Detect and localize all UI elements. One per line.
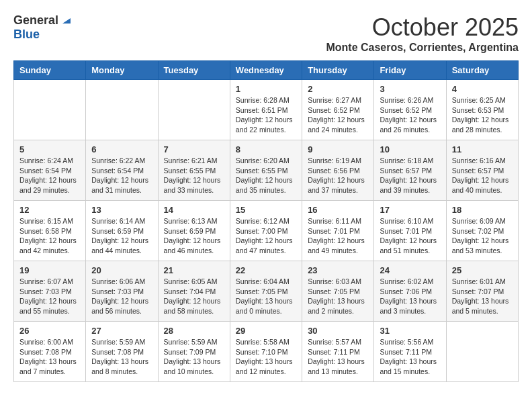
day-info: Sunrise: 5:57 AM Sunset: 7:11 PM Dayligh… bbox=[308, 337, 368, 377]
col-header-sunday: Sunday bbox=[14, 61, 86, 80]
month-title: October 2025 bbox=[326, 13, 519, 42]
calendar-cell: 14Sunrise: 6:13 AM Sunset: 6:59 PM Dayli… bbox=[158, 201, 230, 261]
day-number: 9 bbox=[308, 144, 368, 154]
day-number: 20 bbox=[91, 265, 152, 275]
day-number: 8 bbox=[236, 144, 296, 154]
col-header-saturday: Saturday bbox=[446, 61, 518, 80]
day-info: Sunrise: 5:56 AM Sunset: 7:11 PM Dayligh… bbox=[380, 337, 440, 377]
day-number: 21 bbox=[164, 265, 224, 275]
calendar-cell: 8Sunrise: 6:20 AM Sunset: 6:55 PM Daylig… bbox=[230, 140, 302, 201]
calendar-cell: 12Sunrise: 6:15 AM Sunset: 6:58 PM Dayli… bbox=[14, 201, 86, 261]
day-number: 17 bbox=[380, 205, 440, 215]
location-title: Monte Caseros, Corrientes, Argentina bbox=[326, 42, 519, 54]
day-info: Sunrise: 6:20 AM Sunset: 6:55 PM Dayligh… bbox=[236, 156, 296, 195]
day-info: Sunrise: 6:16 AM Sunset: 6:57 PM Dayligh… bbox=[452, 156, 513, 195]
day-info: Sunrise: 6:19 AM Sunset: 6:56 PM Dayligh… bbox=[308, 156, 368, 195]
day-info: Sunrise: 6:24 AM Sunset: 6:54 PM Dayligh… bbox=[19, 156, 80, 195]
day-number: 24 bbox=[380, 265, 440, 275]
day-number: 23 bbox=[308, 265, 368, 275]
day-info: Sunrise: 6:22 AM Sunset: 6:54 PM Dayligh… bbox=[91, 156, 152, 195]
day-info: Sunrise: 6:09 AM Sunset: 7:02 PM Dayligh… bbox=[452, 216, 513, 256]
calendar-week-row: 12Sunrise: 6:15 AM Sunset: 6:58 PM Dayli… bbox=[14, 201, 519, 261]
day-number: 7 bbox=[164, 144, 224, 154]
calendar-cell: 1Sunrise: 6:28 AM Sunset: 6:51 PM Daylig… bbox=[230, 80, 302, 140]
day-number: 3 bbox=[380, 84, 440, 94]
day-info: Sunrise: 6:28 AM Sunset: 6:51 PM Dayligh… bbox=[236, 95, 296, 135]
day-number: 22 bbox=[236, 265, 296, 275]
calendar-cell: 24Sunrise: 6:02 AM Sunset: 7:06 PM Dayli… bbox=[374, 261, 446, 322]
day-info: Sunrise: 6:11 AM Sunset: 7:01 PM Dayligh… bbox=[308, 216, 368, 256]
calendar-cell: 19Sunrise: 6:07 AM Sunset: 7:03 PM Dayli… bbox=[14, 261, 86, 322]
calendar-week-row: 19Sunrise: 6:07 AM Sunset: 7:03 PM Dayli… bbox=[14, 261, 519, 322]
day-info: Sunrise: 5:59 AM Sunset: 7:08 PM Dayligh… bbox=[91, 337, 152, 377]
day-number: 30 bbox=[308, 326, 368, 336]
page-header: General Blue October 2025 Monte Caseros,… bbox=[13, 13, 519, 54]
day-info: Sunrise: 6:12 AM Sunset: 7:00 PM Dayligh… bbox=[236, 216, 296, 256]
day-info: Sunrise: 6:06 AM Sunset: 7:03 PM Dayligh… bbox=[91, 277, 152, 316]
calendar-week-row: 1Sunrise: 6:28 AM Sunset: 6:51 PM Daylig… bbox=[14, 80, 519, 140]
calendar-cell: 30Sunrise: 5:57 AM Sunset: 7:11 PM Dayli… bbox=[302, 322, 374, 382]
day-number: 25 bbox=[452, 265, 513, 275]
day-info: Sunrise: 6:02 AM Sunset: 7:06 PM Dayligh… bbox=[380, 277, 440, 316]
day-number: 4 bbox=[452, 84, 513, 94]
calendar-cell: 27Sunrise: 5:59 AM Sunset: 7:08 PM Dayli… bbox=[86, 322, 158, 382]
calendar-cell: 17Sunrise: 6:10 AM Sunset: 7:01 PM Dayli… bbox=[374, 201, 446, 261]
calendar-table: SundayMondayTuesdayWednesdayThursdayFrid… bbox=[13, 60, 519, 382]
day-info: Sunrise: 6:05 AM Sunset: 7:04 PM Dayligh… bbox=[164, 277, 224, 316]
day-number: 29 bbox=[236, 326, 296, 336]
calendar-cell: 23Sunrise: 6:03 AM Sunset: 7:05 PM Dayli… bbox=[302, 261, 374, 322]
day-number: 31 bbox=[380, 326, 440, 336]
day-info: Sunrise: 6:00 AM Sunset: 7:08 PM Dayligh… bbox=[19, 337, 80, 377]
day-info: Sunrise: 6:27 AM Sunset: 6:52 PM Dayligh… bbox=[308, 95, 368, 135]
day-info: Sunrise: 6:21 AM Sunset: 6:55 PM Dayligh… bbox=[164, 156, 224, 195]
calendar-week-row: 26Sunrise: 6:00 AM Sunset: 7:08 PM Dayli… bbox=[14, 322, 519, 382]
day-number: 2 bbox=[308, 84, 368, 94]
calendar-cell: 2Sunrise: 6:27 AM Sunset: 6:52 PM Daylig… bbox=[302, 80, 374, 140]
calendar-week-row: 5Sunrise: 6:24 AM Sunset: 6:54 PM Daylig… bbox=[14, 140, 519, 201]
calendar-cell: 11Sunrise: 6:16 AM Sunset: 6:57 PM Dayli… bbox=[446, 140, 518, 201]
col-header-tuesday: Tuesday bbox=[158, 61, 230, 80]
day-number: 14 bbox=[164, 205, 224, 215]
day-number: 27 bbox=[91, 326, 152, 336]
calendar-cell: 9Sunrise: 6:19 AM Sunset: 6:56 PM Daylig… bbox=[302, 140, 374, 201]
day-info: Sunrise: 6:13 AM Sunset: 6:59 PM Dayligh… bbox=[164, 216, 224, 256]
day-number: 10 bbox=[380, 144, 440, 154]
calendar-cell bbox=[446, 322, 518, 382]
day-number: 11 bbox=[452, 144, 513, 154]
day-info: Sunrise: 6:15 AM Sunset: 6:58 PM Dayligh… bbox=[19, 216, 80, 256]
logo-icon bbox=[60, 15, 71, 26]
calendar-cell: 15Sunrise: 6:12 AM Sunset: 7:00 PM Dayli… bbox=[230, 201, 302, 261]
col-header-thursday: Thursday bbox=[302, 61, 374, 80]
day-number: 15 bbox=[236, 205, 296, 215]
logo-general-text: General bbox=[13, 13, 58, 28]
day-info: Sunrise: 5:58 AM Sunset: 7:10 PM Dayligh… bbox=[236, 337, 296, 377]
calendar-cell: 13Sunrise: 6:14 AM Sunset: 6:59 PM Dayli… bbox=[86, 201, 158, 261]
col-header-friday: Friday bbox=[374, 61, 446, 80]
day-info: Sunrise: 6:25 AM Sunset: 6:53 PM Dayligh… bbox=[452, 95, 513, 135]
calendar-cell: 5Sunrise: 6:24 AM Sunset: 6:54 PM Daylig… bbox=[14, 140, 86, 201]
calendar-cell: 28Sunrise: 5:59 AM Sunset: 7:09 PM Dayli… bbox=[158, 322, 230, 382]
day-number: 19 bbox=[19, 265, 80, 275]
calendar-cell: 18Sunrise: 6:09 AM Sunset: 7:02 PM Dayli… bbox=[446, 201, 518, 261]
day-info: Sunrise: 5:59 AM Sunset: 7:09 PM Dayligh… bbox=[164, 337, 224, 377]
day-number: 5 bbox=[19, 144, 80, 154]
calendar-cell: 25Sunrise: 6:01 AM Sunset: 7:07 PM Dayli… bbox=[446, 261, 518, 322]
svg-marker-0 bbox=[62, 18, 71, 24]
calendar-cell: 26Sunrise: 6:00 AM Sunset: 7:08 PM Dayli… bbox=[14, 322, 86, 382]
calendar-cell: 7Sunrise: 6:21 AM Sunset: 6:55 PM Daylig… bbox=[158, 140, 230, 201]
calendar-cell: 6Sunrise: 6:22 AM Sunset: 6:54 PM Daylig… bbox=[86, 140, 158, 201]
calendar-cell: 21Sunrise: 6:05 AM Sunset: 7:04 PM Dayli… bbox=[158, 261, 230, 322]
calendar-cell: 16Sunrise: 6:11 AM Sunset: 7:01 PM Dayli… bbox=[302, 201, 374, 261]
day-info: Sunrise: 6:18 AM Sunset: 6:57 PM Dayligh… bbox=[380, 156, 440, 195]
day-number: 12 bbox=[19, 205, 80, 215]
day-info: Sunrise: 6:14 AM Sunset: 6:59 PM Dayligh… bbox=[91, 216, 152, 256]
col-header-monday: Monday bbox=[86, 61, 158, 80]
col-header-wednesday: Wednesday bbox=[230, 61, 302, 80]
calendar-cell: 31Sunrise: 5:56 AM Sunset: 7:11 PM Dayli… bbox=[374, 322, 446, 382]
day-info: Sunrise: 6:04 AM Sunset: 7:05 PM Dayligh… bbox=[236, 277, 296, 316]
calendar-cell bbox=[86, 80, 158, 140]
title-block: October 2025 Monte Caseros, Corrientes, … bbox=[326, 13, 519, 54]
day-info: Sunrise: 6:01 AM Sunset: 7:07 PM Dayligh… bbox=[452, 277, 513, 316]
day-number: 13 bbox=[91, 205, 152, 215]
calendar-cell: 22Sunrise: 6:04 AM Sunset: 7:05 PM Dayli… bbox=[230, 261, 302, 322]
